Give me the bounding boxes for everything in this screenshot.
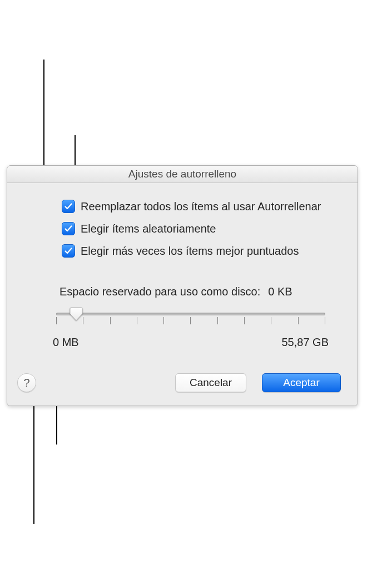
slider-min-label: 0 MB xyxy=(53,336,79,349)
reserve-space-section: Espacio reservado para uso como disco: 0… xyxy=(46,285,335,349)
slider-current-value: 0 KB xyxy=(268,285,292,298)
checkbox-row-random-items[interactable]: Elegir ítems aleatoriamente xyxy=(62,222,341,235)
slider-thumb[interactable] xyxy=(70,307,83,321)
slider-label: Espacio reservado para uso como disco: xyxy=(59,285,260,298)
checkbox-icon xyxy=(62,244,75,258)
checkbox-icon xyxy=(62,222,75,235)
slider-label-row: Espacio reservado para uso como disco: 0… xyxy=(59,285,335,298)
dialog-title: Ajustes de autorrelleno xyxy=(7,166,358,183)
checkbox-label: Elegir ítems aleatoriamente xyxy=(81,223,216,235)
button-label: Cancelar xyxy=(190,377,232,389)
ok-button[interactable]: Aceptar xyxy=(262,373,341,392)
button-label: Aceptar xyxy=(283,377,319,389)
slider-range-labels: 0 MB 55,87 GB xyxy=(53,336,329,349)
checkbox-row-higher-rated[interactable]: Elegir más veces los ítems mejor puntuad… xyxy=(62,244,341,258)
checkbox-label: Elegir más veces los ítems mejor puntuad… xyxy=(81,245,299,258)
checkbox-row-replace-all[interactable]: Reemplazar todos los ítems al usar Autor… xyxy=(62,200,341,213)
checkbox-label: Reemplazar todos los ítems al usar Autor… xyxy=(81,200,321,213)
slider-ticks xyxy=(56,317,325,324)
help-button[interactable]: ? xyxy=(17,373,36,392)
autofill-settings-dialog: Ajustes de autorrelleno Reemplazar todos… xyxy=(7,165,358,406)
help-icon: ? xyxy=(23,377,29,389)
slider-max-label: 55,87 GB xyxy=(281,336,329,349)
slider-track xyxy=(56,313,325,315)
dialog-buttons: ? Cancelar Aceptar xyxy=(24,373,341,392)
cancel-button[interactable]: Cancelar xyxy=(175,373,246,392)
checkbox-icon xyxy=(62,200,75,213)
dialog-content: Reemplazar todos los ítems al usar Autor… xyxy=(7,183,358,406)
reserve-space-slider[interactable] xyxy=(56,309,325,329)
